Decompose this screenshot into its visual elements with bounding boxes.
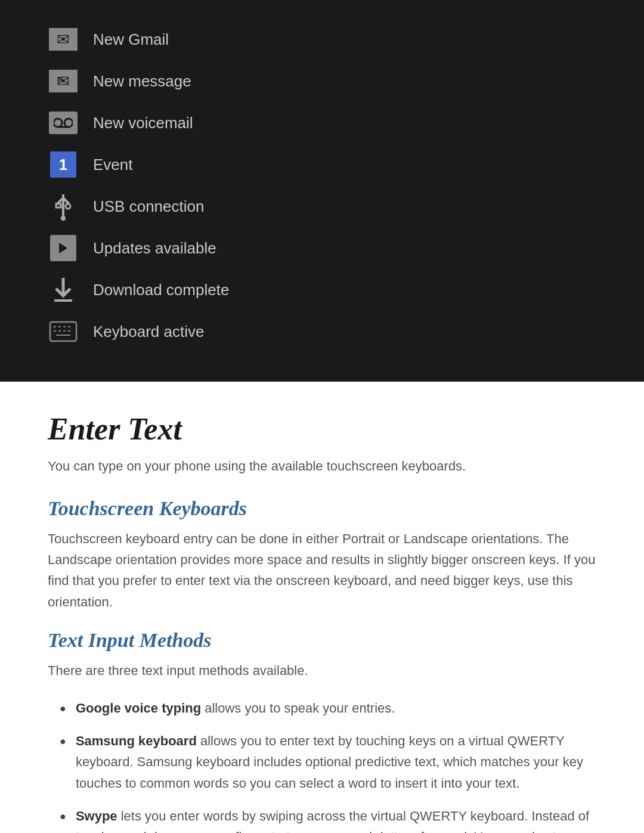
main-content: Enter Text You can type on your phone us… xyxy=(0,382,644,833)
keyboard-label: Keyboard active xyxy=(93,323,204,341)
bullet-dot-3: ● xyxy=(60,808,66,825)
notification-item-updates: Updates available xyxy=(48,233,596,264)
event-label: Event xyxy=(93,156,133,174)
event-icon: 1 xyxy=(48,149,79,180)
download-label: Download complete xyxy=(93,281,229,299)
intro-paragraph: You can type on your phone using the ava… xyxy=(48,456,596,476)
list-item-samsung-keyboard: ● Samsung keyboard allows you to enter t… xyxy=(60,730,596,794)
swype-bold: Swype xyxy=(76,809,117,823)
notification-item-keyboard: Keyboard active xyxy=(48,316,596,347)
keyboard-icon xyxy=(48,316,79,347)
usb-label: USB connection xyxy=(93,197,204,216)
message-label: New message xyxy=(93,72,191,91)
message-icon xyxy=(48,66,79,97)
text-input-methods-heading: Text Input Methods xyxy=(48,629,596,652)
bullet-dot-2: ● xyxy=(60,733,66,750)
svg-point-8 xyxy=(61,216,66,221)
text-input-methods-list: ● Google voice typing allows you to spea… xyxy=(60,698,596,833)
svg-point-0 xyxy=(54,119,62,127)
touchscreen-keyboards-heading: Touchscreen Keyboards xyxy=(48,497,596,520)
usb-icon xyxy=(48,191,79,222)
google-voice-bold: Google voice typing xyxy=(76,701,201,716)
list-item-swype: ● Swype lets you enter words by swiping … xyxy=(60,806,596,833)
download-icon xyxy=(48,274,79,305)
bullet-dot-1: ● xyxy=(60,700,66,717)
samsung-keyboard-bold: Samsung keyboard xyxy=(76,733,197,748)
touchscreen-keyboards-body: Touchscreen keyboard entry can be done i… xyxy=(48,528,596,612)
updates-label: Updates available xyxy=(93,239,216,258)
notification-item-event: 1 Event xyxy=(48,149,596,180)
svg-point-7 xyxy=(66,204,70,209)
notification-item-message: New message xyxy=(48,66,596,97)
list-item-swype-text: Swype lets you enter words by swiping ac… xyxy=(76,806,596,833)
list-item-google-voice-text: Google voice typing allows you to speak … xyxy=(76,698,395,719)
svg-point-1 xyxy=(64,119,73,127)
gmail-label: New Gmail xyxy=(93,30,169,49)
notification-item-gmail: New Gmail xyxy=(48,24,596,55)
list-item-google-voice: ● Google voice typing allows you to spea… xyxy=(60,698,596,719)
list-item-samsung-text: Samsung keyboard allows you to enter tex… xyxy=(76,730,596,794)
svg-rect-6 xyxy=(56,204,61,208)
text-input-methods-intro: There are three text input methods avail… xyxy=(48,660,596,681)
notification-section: New Gmail New message New voicemail 1 Ev… xyxy=(0,0,644,382)
gmail-icon xyxy=(48,24,79,55)
voicemail-icon xyxy=(48,107,79,138)
notification-item-usb: USB connection xyxy=(48,191,596,222)
notification-item-download: Download complete xyxy=(48,274,596,305)
enter-text-heading: Enter Text xyxy=(48,411,596,447)
voicemail-label: New voicemail xyxy=(93,114,193,132)
updates-icon xyxy=(48,233,79,264)
notification-item-voicemail: New voicemail xyxy=(48,107,596,138)
